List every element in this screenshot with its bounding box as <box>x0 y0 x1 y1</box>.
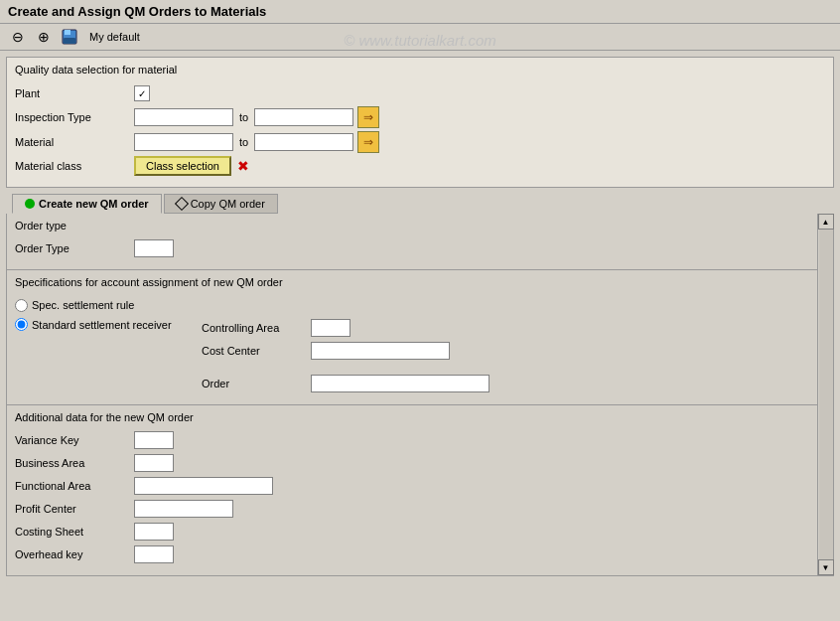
tab-copy-qm-order[interactable]: Copy QM order <box>164 194 278 214</box>
page-title: Create and Assign QM Orders to Materials <box>8 4 266 19</box>
plant-checkbox[interactable]: ✓ <box>134 85 150 101</box>
tab1-dot-icon <box>25 199 35 209</box>
radio-standard-label: Standard settlement receiver <box>32 319 172 331</box>
cost-center-input[interactable] <box>311 342 450 360</box>
controlling-area-input[interactable] <box>311 319 350 337</box>
order-type-section-title: Order type <box>15 218 809 233</box>
toolbar: ⊖ ⊕ My default © www.tutorialkart.com <box>0 24 840 51</box>
default-label: My default <box>89 31 140 43</box>
tabs-bar: Create new QM order Copy QM order <box>6 194 834 214</box>
to-label-2: to <box>239 136 248 148</box>
functional-area-label: Functional Area <box>15 480 134 492</box>
tab2-label: Copy QM order <box>191 198 265 210</box>
inspection-type-from[interactable] <box>134 108 233 126</box>
tab1-label: Create new QM order <box>39 198 149 210</box>
additional-section: Additional data for the new QM order Var… <box>7 405 817 575</box>
scroll-up-arrow[interactable]: ▲ <box>818 214 834 230</box>
material-from[interactable] <box>134 133 233 151</box>
scroll-track <box>819 230 833 559</box>
order-type-section: Order type Order Type <box>7 214 817 270</box>
tab-create-qm-order[interactable]: Create new QM order <box>12 194 162 214</box>
svg-rect-1 <box>65 30 70 35</box>
svg-rect-2 <box>64 38 75 44</box>
tab-content: ▲ ▼ Order type Order Type Specifications… <box>6 214 834 576</box>
account-section-title: Specifications for account assignment of… <box>15 274 809 290</box>
overhead-key-input[interactable] <box>134 545 174 563</box>
profit-center-input[interactable] <box>134 500 233 518</box>
cost-center-label: Cost Center <box>202 345 311 357</box>
material-arrow-btn[interactable]: ⇒ <box>357 131 379 153</box>
material-to[interactable] <box>254 133 353 151</box>
order-label: Order <box>202 378 311 389</box>
material-class-label: Material class <box>15 160 134 172</box>
profit-center-label: Profit Center <box>15 503 134 515</box>
quality-section-title: Quality data selection for material <box>15 62 825 78</box>
plant-label: Plant <box>15 87 134 99</box>
back-icon[interactable]: ⊖ <box>8 27 28 47</box>
radio-spec-settlement[interactable] <box>15 299 28 312</box>
order-type-label: Order Type <box>15 242 134 254</box>
quality-section: Quality data selection for material Plan… <box>6 57 834 188</box>
to-label-1: to <box>239 111 248 123</box>
inspection-type-arrow-btn[interactable]: ⇒ <box>357 106 379 128</box>
forward-icon[interactable]: ⊕ <box>34 27 54 47</box>
radio-standard-settlement[interactable] <box>15 318 28 331</box>
order-type-input[interactable] <box>134 239 174 257</box>
class-selection-button[interactable]: Class selection <box>134 156 231 176</box>
scrollbar[interactable]: ▲ ▼ <box>817 214 833 575</box>
delete-class-icon[interactable]: ✖ <box>237 158 249 174</box>
variance-key-label: Variance Key <box>15 434 134 446</box>
inspection-type-label: Inspection Type <box>15 111 134 123</box>
overhead-key-label: Overhead key <box>15 548 134 560</box>
scroll-down-arrow[interactable]: ▼ <box>818 559 834 575</box>
additional-section-title: Additional data for the new QM order <box>15 409 809 425</box>
tab2-diamond-icon <box>175 197 189 211</box>
business-area-input[interactable] <box>134 454 174 472</box>
functional-area-input[interactable] <box>134 477 273 495</box>
account-section: Specifications for account assignment of… <box>7 270 817 405</box>
title-bar: Create and Assign QM Orders to Materials <box>0 0 840 24</box>
watermark: © www.tutorialkart.com <box>344 32 496 49</box>
business-area-label: Business Area <box>15 457 134 469</box>
save-icon[interactable] <box>60 27 79 47</box>
variance-key-input[interactable] <box>134 431 174 449</box>
radio-spec-label: Spec. settlement rule <box>32 299 134 311</box>
order-input[interactable] <box>311 375 490 392</box>
costing-sheet-label: Costing Sheet <box>15 526 134 538</box>
costing-sheet-input[interactable] <box>134 523 174 541</box>
inspection-type-to[interactable] <box>254 108 353 126</box>
material-label: Material <box>15 136 134 148</box>
controlling-area-label: Controlling Area <box>202 322 311 334</box>
